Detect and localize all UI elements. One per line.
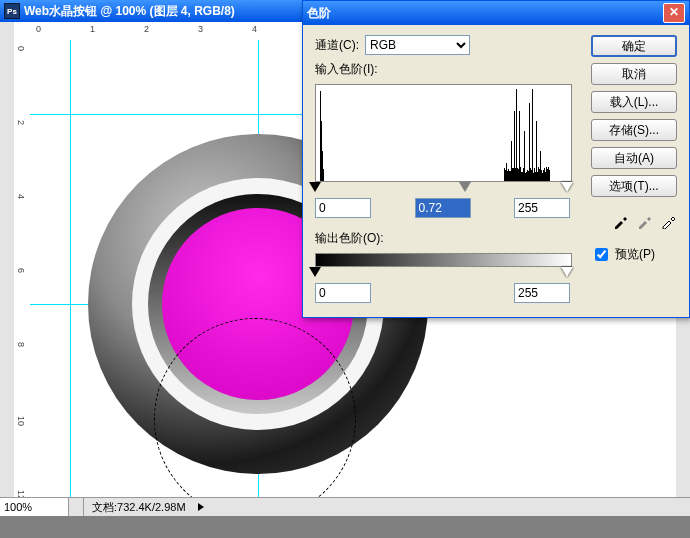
- output-highlight-handle[interactable]: [561, 267, 573, 277]
- eyedropper-gray-icon[interactable]: [637, 213, 653, 229]
- preview-checkbox-input[interactable]: [595, 248, 608, 261]
- load-button[interactable]: 载入(L)...: [591, 91, 677, 113]
- preview-label: 预览(P): [615, 246, 655, 263]
- output-gradient: [315, 253, 572, 267]
- ruler-tick: 0: [16, 46, 26, 51]
- options-button[interactable]: 选项(T)...: [591, 175, 677, 197]
- left-gutter: [0, 22, 15, 498]
- ruler-origin[interactable]: [14, 22, 31, 41]
- guide-vertical[interactable]: [70, 40, 71, 498]
- status-separator: [69, 498, 84, 516]
- midtone-handle[interactable]: [459, 182, 471, 192]
- ruler-tick: 2: [144, 24, 149, 34]
- status-menu-icon[interactable]: [198, 503, 204, 511]
- levels-dialog: 色阶 ✕ 通道(C): RGB 输入色阶(I): 输出色阶(O):: [302, 0, 690, 318]
- channel-label: 通道(C):: [315, 37, 359, 54]
- ruler-vertical[interactable]: 0 2 4 6 8 10 12: [14, 40, 31, 498]
- cancel-button[interactable]: 取消: [591, 63, 677, 85]
- document-title: Web水晶按钮 @ 100% (图层 4, RGB/8): [24, 3, 235, 20]
- highlight-handle[interactable]: [561, 182, 573, 192]
- ruler-tick: 6: [16, 268, 26, 273]
- ruler-tick: 2: [16, 120, 26, 125]
- zoom-field[interactable]: 100%: [0, 498, 69, 516]
- output-highlight-field[interactable]: [514, 283, 570, 303]
- input-levels-label: 输入色阶(I):: [315, 61, 378, 78]
- eyedropper-black-icon[interactable]: [613, 213, 629, 229]
- ruler-tick: 10: [16, 416, 26, 426]
- ruler-tick: 4: [252, 24, 257, 34]
- save-button[interactable]: 存储(S)...: [591, 119, 677, 141]
- dialog-titlebar[interactable]: 色阶 ✕: [303, 1, 689, 25]
- dialog-title: 色阶: [307, 5, 331, 22]
- close-icon[interactable]: ✕: [663, 3, 685, 23]
- input-highlight-field[interactable]: [514, 198, 570, 218]
- channel-select[interactable]: RGB: [365, 35, 470, 55]
- output-levels-label: 输出色阶(O):: [315, 230, 384, 247]
- ok-button[interactable]: 确定: [591, 35, 677, 57]
- ruler-tick: 8: [16, 342, 26, 347]
- ruler-tick: 4: [16, 194, 26, 199]
- input-gamma-field[interactable]: [415, 198, 471, 218]
- ruler-tick: 3: [198, 24, 203, 34]
- preview-checkbox[interactable]: 预览(P): [591, 245, 677, 264]
- histogram: [315, 84, 572, 182]
- ruler-tick: 0: [36, 24, 41, 34]
- eyedropper-white-icon[interactable]: [661, 213, 677, 229]
- output-shadow-handle[interactable]: [309, 267, 321, 277]
- doc-size-label: 文档:732.4K/2.98M: [84, 500, 194, 515]
- auto-button[interactable]: 自动(A): [591, 147, 677, 169]
- ruler-tick: 1: [90, 24, 95, 34]
- shadow-handle[interactable]: [309, 182, 321, 192]
- input-shadow-field[interactable]: [315, 198, 371, 218]
- output-shadow-field[interactable]: [315, 283, 371, 303]
- status-bar: 100% 文档:732.4K/2.98M: [0, 497, 690, 516]
- output-slider[interactable]: [315, 267, 570, 279]
- input-slider[interactable]: [315, 182, 570, 194]
- app-icon: Ps: [4, 3, 20, 19]
